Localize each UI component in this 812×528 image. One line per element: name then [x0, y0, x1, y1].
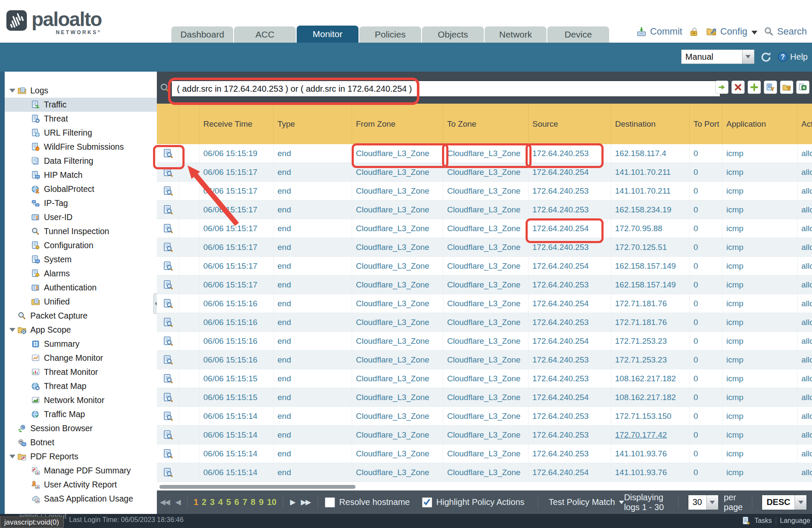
column-header-source[interactable]: Source — [529, 104, 611, 144]
tab-network[interactable]: Network — [485, 26, 546, 43]
sidebar-item-authentication[interactable]: Authentication — [5, 281, 157, 295]
sidebar-item-pdf-reports[interactable]: PDF Reports — [5, 450, 157, 464]
config-menu[interactable]: Config — [706, 26, 758, 37]
language-button[interactable]: Language — [780, 517, 810, 525]
refresh-interval-select[interactable]: Manual — [681, 49, 754, 64]
tab-objects[interactable]: Objects — [422, 26, 484, 43]
log-detail-button[interactable] — [157, 144, 179, 162]
sidebar-item-ip-tag[interactable]: IP-Tag — [5, 196, 157, 210]
lock-button[interactable] — [689, 26, 699, 37]
search-button[interactable]: Search — [764, 26, 807, 37]
column-header-receive_time[interactable]: Receive Time — [199, 104, 274, 144]
sidebar-item-system[interactable]: System — [5, 252, 157, 267]
resolve-hostname-checkbox[interactable] — [325, 497, 335, 508]
sidebar-item-unified[interactable]: Unified — [5, 295, 157, 309]
first-page-button[interactable]: ◀◀ — [160, 498, 169, 507]
select-arrow-icon[interactable] — [706, 495, 718, 510]
page-number-7[interactable]: 7 — [243, 497, 247, 507]
sidebar-item-session-browser[interactable]: Session Browser — [5, 421, 157, 435]
export-csv-button[interactable] — [796, 81, 809, 94]
column-header-to_zone[interactable]: To Zone — [443, 104, 529, 144]
log-detail-button[interactable] — [157, 388, 179, 406]
column-header-from_zone[interactable]: From Zone — [352, 104, 443, 144]
select-arrow-icon[interactable] — [795, 495, 806, 510]
sidebar-item-packet-capture[interactable]: Packet Capture — [5, 309, 157, 323]
sidebar-item-logs[interactable]: Logs — [5, 84, 157, 98]
add-filter-button[interactable] — [748, 81, 761, 94]
log-detail-button[interactable] — [157, 257, 179, 275]
sidebar-item-configuration[interactable]: Configuration — [5, 238, 157, 252]
sidebar-item-tunnel-inspection[interactable]: Tunnel Inspection — [5, 224, 157, 238]
sidebar-item-threat[interactable]: Threat — [5, 112, 157, 126]
expander-icon[interactable] — [9, 328, 15, 332]
prev-page-button[interactable]: ◀ — [175, 498, 180, 507]
tab-monitor[interactable]: Monitor — [297, 26, 358, 43]
last-page-button[interactable]: ▶▶ — [301, 498, 310, 507]
sidebar-item-network-monitor[interactable]: Network Monitor — [5, 393, 157, 407]
column-header-action[interactable]: Action — [798, 104, 812, 144]
expander-icon[interactable] — [9, 455, 15, 458]
page-number-4[interactable]: 4 — [218, 497, 223, 507]
destination-link[interactable]: 172.70.177.42 — [615, 430, 667, 440]
sidebar-item-saas-application-usage[interactable]: SaaS Application Usage — [5, 492, 157, 506]
column-header-to_port[interactable]: To Port — [690, 104, 722, 144]
sidebar-item-url-filtering[interactable]: URL Filtering — [5, 126, 157, 140]
sidebar-item-user-activity-report[interactable]: User Activity Report — [5, 478, 157, 492]
sidebar-item-manage-pdf-summary[interactable]: Manage PDF Summary — [5, 464, 157, 478]
load-filter-button[interactable] — [780, 81, 793, 94]
tasks-button[interactable]: Tasks — [754, 517, 772, 525]
sidebar-item-botnet[interactable]: Botnet — [5, 435, 157, 450]
next-page-button[interactable]: ▶ — [290, 498, 295, 507]
sidebar-item-traffic-map[interactable]: Traffic Map — [5, 407, 157, 421]
page-number-6[interactable]: 6 — [234, 497, 239, 507]
apply-filter-button[interactable] — [715, 81, 728, 94]
horizontal-scrollbar[interactable] — [157, 482, 812, 490]
page-number-3[interactable]: 3 — [210, 497, 214, 507]
sidebar-item-threat-map[interactable]: Threat Map — [5, 379, 157, 393]
log-detail-button[interactable] — [157, 407, 179, 425]
sidebar-item-app-scope[interactable]: App Scope — [5, 323, 157, 337]
sidebar-item-change-monitor[interactable]: Change Monitor — [5, 351, 157, 365]
expander-icon[interactable] — [9, 89, 15, 93]
sidebar-item-hip-match[interactable]: HIP Match — [5, 168, 157, 182]
select-arrow-icon[interactable] — [742, 50, 754, 64]
sort-order-select[interactable]: DESC — [762, 495, 807, 510]
sidebar-item-user-id[interactable]: User-ID — [5, 210, 157, 224]
commit-button[interactable]: Commit — [636, 26, 682, 37]
page-number-2[interactable]: 2 — [202, 497, 206, 507]
scrollbar-thumb[interactable] — [159, 485, 355, 489]
sidebar-item-globalprotect[interactable]: GlobalProtect — [5, 182, 157, 196]
sidebar-item-traffic[interactable]: Traffic — [5, 98, 157, 112]
filter-query-input[interactable] — [171, 81, 720, 97]
tab-device[interactable]: Device — [547, 26, 609, 43]
column-header-destination[interactable]: Destination — [611, 104, 690, 144]
page-number-10[interactable]: 10 — [267, 497, 276, 507]
log-detail-button[interactable] — [157, 276, 179, 294]
page-number-9[interactable]: 9 — [259, 497, 263, 507]
clear-filter-button[interactable] — [731, 81, 745, 94]
sidebar-item-wildfire-submissions[interactable]: WildFire Submissions — [5, 140, 157, 154]
page-number-8[interactable]: 8 — [251, 497, 255, 507]
log-detail-button[interactable] — [157, 444, 179, 463]
log-detail-button[interactable] — [157, 238, 179, 256]
log-detail-button[interactable] — [157, 351, 179, 369]
filter-builder-button[interactable] — [764, 81, 777, 94]
column-header-type[interactable]: Type — [274, 104, 352, 144]
column-header-application[interactable]: Application — [722, 104, 798, 144]
log-detail-button[interactable] — [157, 313, 179, 331]
log-detail-button[interactable] — [157, 463, 179, 482]
log-detail-button[interactable] — [157, 369, 179, 388]
page-number-5[interactable]: 5 — [226, 497, 231, 507]
log-detail-button[interactable] — [157, 294, 179, 313]
sidebar-item-data-filtering[interactable]: Data Filtering — [5, 154, 157, 168]
log-detail-button[interactable] — [157, 182, 179, 200]
log-detail-button[interactable] — [157, 426, 179, 444]
tab-acc[interactable]: ACC — [234, 26, 296, 43]
cell-destination[interactable]: 172.70.177.42 — [611, 426, 690, 444]
per-page-select[interactable]: 30 — [688, 495, 719, 510]
tab-dashboard[interactable]: Dashboard — [171, 26, 233, 43]
help-button[interactable]: ? Help — [777, 52, 808, 62]
tab-policies[interactable]: Policies — [359, 26, 421, 43]
log-detail-button[interactable] — [157, 332, 179, 350]
highlight-policy-checkbox[interactable] — [422, 497, 432, 508]
